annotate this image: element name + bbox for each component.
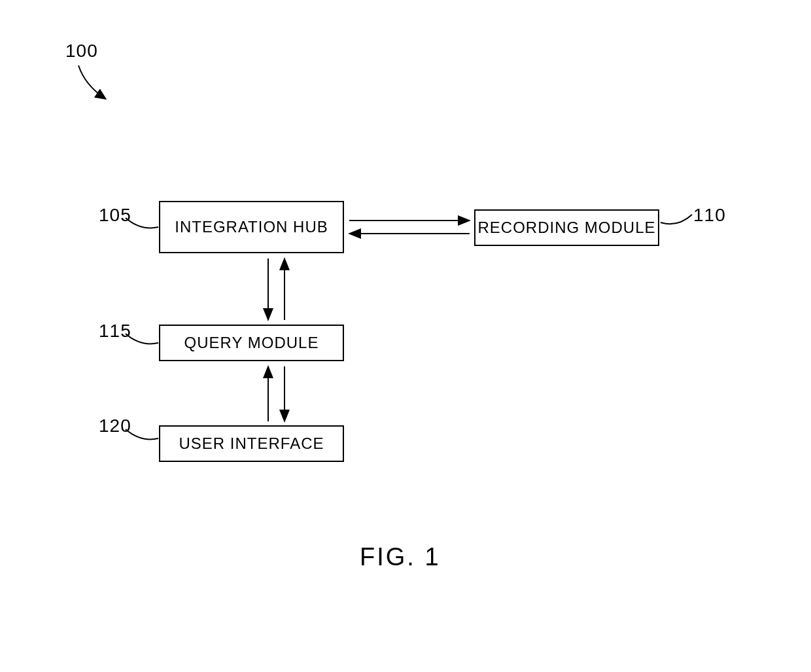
user-interface-leader — [124, 424, 164, 444]
hub-to-query-arrows — [258, 253, 298, 325]
recording-module-box: RECORDING MODULE — [474, 209, 659, 246]
recording-module-leader — [659, 209, 699, 229]
recording-module-label: RECORDING MODULE — [477, 219, 655, 237]
integration-hub-box: INTEGRATION HUB — [159, 201, 344, 253]
integration-hub-label: INTEGRATION HUB — [175, 218, 328, 236]
system-ref-leader-arrow — [72, 62, 124, 115]
query-module-leader — [124, 328, 164, 348]
hub-to-recording-arrows — [344, 213, 475, 245]
query-module-label: QUERY MODULE — [184, 334, 319, 352]
user-interface-box: USER INTERFACE — [159, 425, 344, 462]
integration-hub-leader — [124, 213, 164, 232]
query-module-box: QUERY MODULE — [159, 325, 344, 361]
system-ref-label: 100 — [65, 41, 98, 62]
query-to-ui-arrows — [258, 361, 298, 427]
user-interface-label: USER INTERFACE — [179, 434, 324, 453]
figure-caption: FIG. 1 — [360, 543, 441, 571]
